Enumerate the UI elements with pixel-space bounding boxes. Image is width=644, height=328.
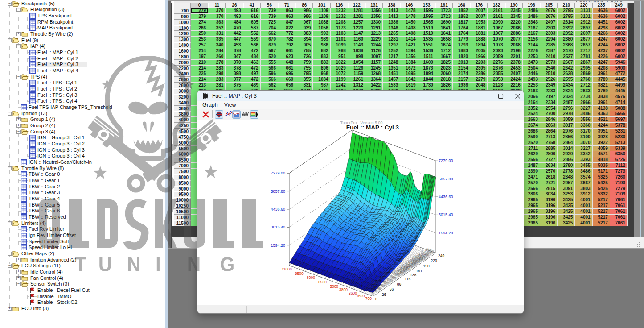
svg-text:190: 190 [423, 264, 430, 268]
svg-text:0: 0 [375, 297, 377, 301]
svg-text:4436.60: 4436.60 [439, 195, 453, 199]
svg-text:26: 26 [382, 292, 386, 297]
svg-text:5857.80: 5857.80 [439, 177, 453, 181]
svg-text:3015.40: 3015.40 [271, 225, 285, 229]
svg-text:3015.40: 3015.40 [439, 212, 453, 217]
svg-text:7279.00: 7279.00 [439, 158, 453, 163]
svg-text:700: 700 [365, 296, 372, 301]
svg-text:138: 138 [410, 273, 416, 277]
svg-text:4436.60: 4436.60 [271, 207, 285, 212]
svg-text:249: 249 [438, 253, 444, 258]
svg-text:8000: 8000 [307, 275, 315, 280]
svg-text:220: 220 [431, 258, 437, 263]
svg-text:5857.80: 5857.80 [271, 189, 285, 194]
svg-text:1600: 1600 [356, 294, 365, 298]
svg-text:7279.00: 7279.00 [271, 171, 285, 175]
svg-text:56: 56 [390, 287, 394, 291]
svg-text:116: 116 [405, 277, 411, 281]
svg-text:86: 86 [397, 282, 402, 286]
svg-text:1594.20: 1594.20 [271, 243, 285, 248]
svg-text:5000: 5000 [330, 284, 338, 289]
svg-text:3800: 3800 [339, 287, 348, 292]
svg-text:6500: 6500 [318, 280, 327, 284]
svg-text:2600: 2600 [349, 291, 357, 295]
svg-text:1594.20: 1594.20 [439, 231, 453, 235]
svg-text:11000: 11000 [282, 267, 292, 271]
svg-text:161: 161 [416, 269, 422, 273]
svg-text:9500: 9500 [295, 271, 304, 276]
